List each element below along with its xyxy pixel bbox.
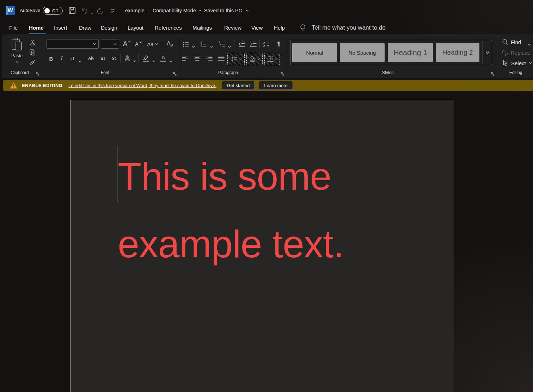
justify-button[interactable]: [216, 54, 226, 63]
paste-chevron-down-icon[interactable]: [16, 61, 19, 63]
undo-dropdown[interactable]: [90, 10, 93, 16]
align-right-icon: [206, 55, 213, 61]
multilevel-list-icon: 1 a i: [219, 41, 225, 47]
numbering-dropdown[interactable]: [210, 43, 213, 49]
save-button[interactable]: [68, 7, 76, 16]
get-started-button[interactable]: Get started: [222, 81, 255, 90]
small-separator: [142, 40, 142, 48]
text-effects-button[interactable]: A: [122, 53, 133, 63]
style-no-spacing[interactable]: No Spacing: [340, 43, 385, 62]
font-dialog-launcher[interactable]: [172, 71, 177, 78]
style-heading-1[interactable]: Heading 1: [388, 43, 433, 62]
strikethrough-button[interactable]: ab: [85, 54, 97, 63]
undo-button[interactable]: [80, 7, 88, 16]
copy-button[interactable]: [28, 48, 37, 56]
font-color-bar-icon: [160, 61, 166, 62]
chevron-down-icon: [155, 43, 158, 45]
increase-indent-button[interactable]: [248, 39, 258, 49]
superscript-button[interactable]: x2: [109, 54, 119, 63]
more-styles-button[interactable]: [484, 49, 491, 56]
text-effects-dropdown[interactable]: [133, 57, 136, 64]
bold-button[interactable]: B: [47, 54, 56, 63]
tell-me-button[interactable]: [299, 24, 306, 34]
tab-design[interactable]: Design: [101, 22, 117, 33]
style-heading-2[interactable]: Heading 2: [436, 43, 479, 62]
style-normal[interactable]: Normal: [292, 43, 337, 62]
tab-insert[interactable]: Insert: [54, 22, 67, 33]
tell-me-text[interactable]: Tell me what you want to do: [312, 22, 386, 34]
font-name-select[interactable]: [47, 39, 99, 49]
svg-text:c: c: [505, 53, 506, 56]
redo-button[interactable]: [96, 7, 104, 16]
onedrive-save-link[interactable]: To edit files in this free version of Wo…: [68, 83, 216, 88]
tab-help[interactable]: Help: [274, 22, 285, 33]
group-separator: [42, 36, 42, 73]
tab-view[interactable]: View: [251, 22, 263, 33]
chevron-down-icon: [228, 46, 231, 48]
title-chevron-down-icon[interactable]: [245, 10, 249, 12]
format-painter-button[interactable]: [28, 58, 37, 66]
clear-formatting-button[interactable]: A: [164, 39, 176, 49]
cut-button[interactable]: [28, 38, 37, 47]
underline-button[interactable]: U: [68, 54, 77, 63]
bullets-button[interactable]: [181, 39, 190, 49]
numbering-button[interactable]: 1 2 3: [199, 39, 208, 49]
align-left-button[interactable]: [180, 54, 190, 63]
tab-mailings[interactable]: Mailings: [192, 22, 212, 33]
dialog-launcher-icon: [35, 72, 40, 76]
font-color-button[interactable]: A: [158, 53, 168, 63]
borders-button[interactable]: [264, 53, 280, 65]
subscript-button[interactable]: x2: [98, 54, 108, 63]
learn-more-button[interactable]: Learn more: [259, 81, 293, 90]
italic-button[interactable]: I: [57, 54, 66, 63]
font-color-dropdown[interactable]: [169, 57, 172, 64]
chevron-down-icon: [93, 43, 96, 45]
tab-draw[interactable]: Draw: [79, 22, 91, 33]
paragraph-dialog-launcher[interactable]: [280, 71, 285, 78]
shading-button[interactable]: [246, 53, 263, 65]
align-right-button[interactable]: [204, 54, 214, 63]
tab-file[interactable]: File: [9, 22, 18, 33]
small-separator: [259, 40, 260, 48]
group-separator: [497, 36, 497, 73]
line-spacing-button[interactable]: [227, 53, 245, 65]
sort-icon: A Z: [263, 41, 270, 47]
show-formatting-button[interactable]: ¶: [274, 39, 283, 49]
highlight-button[interactable]: [141, 53, 151, 63]
align-center-button[interactable]: [192, 54, 202, 63]
multilevel-dropdown[interactable]: [228, 43, 231, 49]
styles-group-label: Styles: [370, 70, 405, 76]
autosave-toggle[interactable]: Off: [43, 7, 63, 15]
bullets-dropdown[interactable]: [192, 43, 195, 49]
find-magnifier-icon: [502, 39, 508, 45]
sort-button[interactable]: A Z: [261, 39, 272, 49]
styles-dialog-launcher[interactable]: [490, 71, 495, 78]
underline-dropdown[interactable]: [78, 57, 81, 64]
small-separator: [120, 54, 121, 63]
grow-font-button[interactable]: A: [121, 39, 133, 49]
replace-button[interactable]: b c Replace: [502, 48, 530, 57]
select-button[interactable]: Select: [502, 59, 532, 67]
highlighter-icon: [142, 54, 150, 62]
tab-home[interactable]: Home: [29, 22, 44, 33]
save-icon: [68, 7, 76, 14]
font-size-select[interactable]: [101, 39, 119, 49]
paste-button[interactable]: Paste: [8, 37, 25, 68]
find-dropdown[interactable]: [528, 41, 531, 47]
change-case-button[interactable]: Aa: [145, 39, 160, 49]
find-button[interactable]: Find: [502, 38, 521, 46]
text-cursor: [117, 146, 117, 203]
clipboard-dialog-launcher[interactable]: [35, 71, 40, 78]
tab-review[interactable]: Review: [224, 22, 241, 33]
highlight-dropdown[interactable]: [152, 57, 155, 64]
document-page[interactable]: This is some example text.: [70, 100, 454, 392]
decrease-indent-icon: [238, 41, 245, 47]
customize-quick-access-button[interactable]: [110, 8, 116, 15]
tab-layout[interactable]: Layout: [128, 22, 143, 33]
chevron-down-icon[interactable]: [529, 62, 532, 64]
tab-references[interactable]: References: [155, 22, 182, 33]
chevron-down-icon: [169, 60, 172, 62]
decrease-indent-button[interactable]: [237, 39, 247, 49]
multilevel-list-button[interactable]: 1 a i: [217, 39, 226, 49]
document-text: This is some example text.: [118, 142, 344, 278]
